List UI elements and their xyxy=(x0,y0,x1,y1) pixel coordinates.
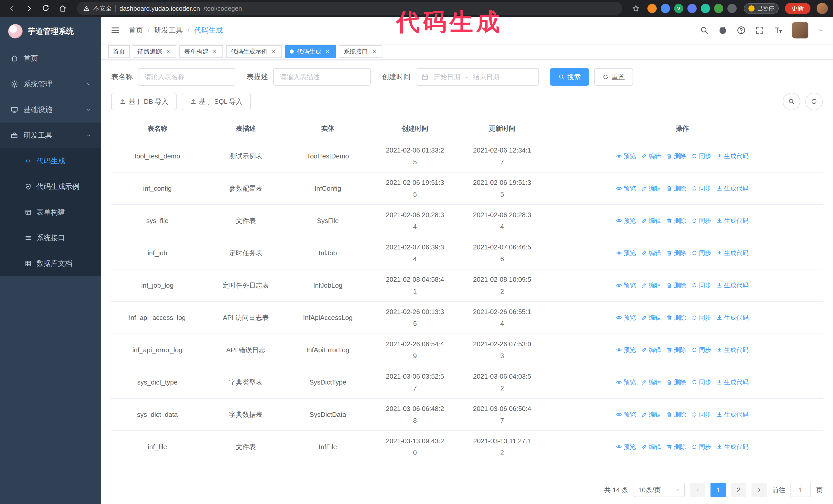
sidebar-item-system[interactable]: 系统管理 xyxy=(0,71,101,97)
avatar-caret-icon[interactable] xyxy=(818,27,824,33)
help-icon[interactable] xyxy=(737,26,746,35)
fullscreen-icon[interactable] xyxy=(755,26,764,35)
action-edit[interactable]: 编辑 xyxy=(641,441,661,453)
header-search-icon[interactable] xyxy=(700,26,709,35)
page-size-select[interactable]: 10条/页 xyxy=(634,483,685,497)
extension-icon-4[interactable] xyxy=(687,4,697,13)
action-delete[interactable]: 删除 xyxy=(666,247,686,259)
font-size-icon[interactable] xyxy=(774,26,783,35)
address-bar[interactable]: 不安全 dashboard.yudao.iocoder.cn/tool/code… xyxy=(77,2,622,15)
action-edit[interactable]: 编辑 xyxy=(641,344,661,356)
extension-icon-7[interactable] xyxy=(728,4,737,13)
action-delete[interactable]: 删除 xyxy=(666,409,686,421)
action-edit[interactable]: 编辑 xyxy=(641,376,661,388)
update-button[interactable]: 更新 xyxy=(785,3,810,14)
action-sync[interactable]: 同步 xyxy=(691,312,711,323)
action-generate[interactable]: 生成代码 xyxy=(716,312,749,323)
table-desc-input[interactable] xyxy=(273,68,371,86)
action-edit[interactable]: 编辑 xyxy=(641,280,661,291)
browser-home-icon[interactable] xyxy=(58,4,67,13)
action-edit[interactable]: 编辑 xyxy=(641,312,661,323)
action-edit[interactable]: 编辑 xyxy=(641,183,661,194)
next-page-button[interactable] xyxy=(752,483,767,497)
tab-close-icon[interactable]: × xyxy=(270,48,277,55)
tab-5[interactable]: 系统接口× xyxy=(339,45,382,58)
sidebar-subitem-codegen-example[interactable]: 代码生成示例 xyxy=(0,174,101,199)
extension-icon-3[interactable]: V xyxy=(674,4,683,13)
page-button-1[interactable]: 1 xyxy=(711,483,726,497)
action-sync[interactable]: 同步 xyxy=(691,441,711,453)
action-generate[interactable]: 生成代码 xyxy=(716,183,749,194)
action-generate[interactable]: 生成代码 xyxy=(716,150,749,162)
refresh-table-button[interactable] xyxy=(805,93,823,110)
action-delete[interactable]: 删除 xyxy=(666,376,686,388)
sidebar-item-home[interactable]: 首页 xyxy=(0,46,101,71)
action-sync[interactable]: 同步 xyxy=(691,280,711,291)
browser-profile-avatar[interactable] xyxy=(816,3,828,14)
action-sync[interactable]: 同步 xyxy=(691,344,711,356)
action-generate[interactable]: 生成代码 xyxy=(716,344,749,356)
action-sync[interactable]: 同步 xyxy=(691,183,711,194)
paused-badge[interactable]: 已暂停 xyxy=(744,3,779,14)
action-sync[interactable]: 同步 xyxy=(691,215,711,226)
action-preview[interactable]: 预览 xyxy=(616,150,636,162)
action-generate[interactable]: 生成代码 xyxy=(716,376,749,388)
extension-icon-1[interactable] xyxy=(647,4,657,13)
page-button-2[interactable]: 2 xyxy=(731,483,746,497)
hamburger-icon[interactable] xyxy=(110,25,120,35)
github-icon[interactable] xyxy=(718,26,728,35)
action-edit[interactable]: 编辑 xyxy=(641,150,661,162)
action-preview[interactable]: 预览 xyxy=(616,247,636,259)
action-sync[interactable]: 同步 xyxy=(691,150,711,162)
action-sync[interactable]: 同步 xyxy=(691,247,711,259)
tab-close-icon[interactable]: × xyxy=(371,48,378,55)
action-generate[interactable]: 生成代码 xyxy=(716,215,749,226)
breadcrumb-devtools[interactable]: 研发工具 xyxy=(154,25,183,35)
tab-0[interactable]: 首页 xyxy=(108,45,130,58)
security-label[interactable]: 不安全 xyxy=(93,4,112,13)
action-sync[interactable]: 同步 xyxy=(691,376,711,388)
extension-icon-5[interactable] xyxy=(701,4,710,13)
action-delete[interactable]: 删除 xyxy=(666,183,686,194)
action-delete[interactable]: 删除 xyxy=(666,312,686,323)
import-sql-button[interactable]: 基于 SQL 导入 xyxy=(182,93,251,110)
tab-2[interactable]: 表单构建× xyxy=(180,45,223,58)
action-delete[interactable]: 删除 xyxy=(666,441,686,453)
extension-icon-6[interactable] xyxy=(714,4,723,13)
prev-page-button[interactable] xyxy=(690,483,705,497)
create-time-range-picker[interactable]: 开始日期 - 结束日期 xyxy=(416,68,539,86)
action-preview[interactable]: 预览 xyxy=(616,183,636,194)
import-db-button[interactable]: 基于 DB 导入 xyxy=(111,93,176,110)
action-generate[interactable]: 生成代码 xyxy=(716,441,749,453)
action-preview[interactable]: 预览 xyxy=(616,280,636,291)
action-edit[interactable]: 编辑 xyxy=(641,247,661,259)
action-preview[interactable]: 预览 xyxy=(616,409,636,421)
tab-close-icon[interactable]: × xyxy=(211,48,218,55)
action-delete[interactable]: 删除 xyxy=(666,150,686,162)
browser-forward-icon[interactable] xyxy=(25,4,33,13)
toggle-search-button[interactable] xyxy=(783,93,800,110)
tab-1[interactable]: 链路追踪× xyxy=(133,45,176,58)
sidebar-subitem-system-api[interactable]: 系统接口 xyxy=(0,225,101,251)
action-delete[interactable]: 删除 xyxy=(666,280,686,291)
browser-reload-icon[interactable] xyxy=(42,4,50,13)
tab-close-icon[interactable]: × xyxy=(165,48,172,55)
goto-page-input[interactable] xyxy=(790,483,811,497)
bookmark-star-icon[interactable] xyxy=(632,4,640,13)
action-preview[interactable]: 预览 xyxy=(616,312,636,323)
action-preview[interactable]: 预览 xyxy=(616,215,636,226)
action-preview[interactable]: 预览 xyxy=(616,376,636,388)
tab-3[interactable]: 代码生成示例× xyxy=(226,45,282,58)
action-edit[interactable]: 编辑 xyxy=(641,215,661,226)
tab-4[interactable]: 代码生成× xyxy=(285,45,336,58)
table-name-input[interactable] xyxy=(138,68,235,86)
action-generate[interactable]: 生成代码 xyxy=(716,409,749,421)
breadcrumb-home[interactable]: 首页 xyxy=(129,25,143,35)
sidebar-item-infra[interactable]: 基础设施 xyxy=(0,97,101,123)
sidebar-subitem-db-doc[interactable]: 数据库文档 xyxy=(0,251,101,277)
action-edit[interactable]: 编辑 xyxy=(641,409,661,421)
browser-back-icon[interactable] xyxy=(8,4,17,13)
action-generate[interactable]: 生成代码 xyxy=(716,280,749,291)
tab-close-icon[interactable]: × xyxy=(324,48,331,55)
action-preview[interactable]: 预览 xyxy=(616,344,636,356)
